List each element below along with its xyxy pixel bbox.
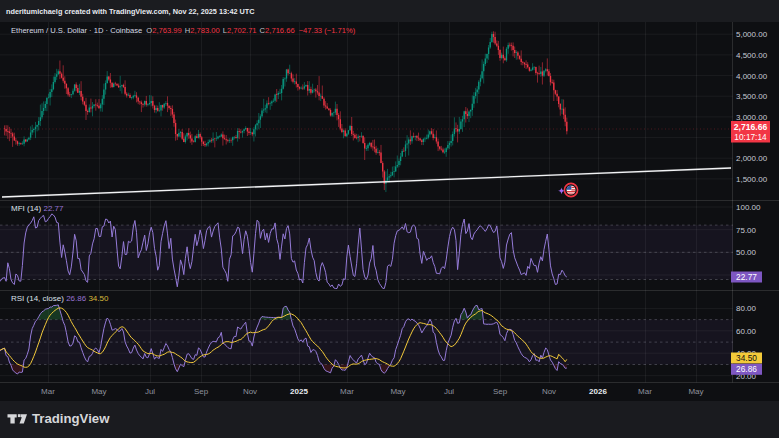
svg-text:Nov: Nov [542, 387, 556, 396]
svg-text:MFI (14) 22.77: MFI (14) 22.77 [11, 204, 64, 213]
svg-text:50.00: 50.00 [736, 248, 757, 257]
svg-text:Mar: Mar [638, 387, 652, 396]
svg-text:5,000.00: 5,000.00 [736, 30, 768, 39]
svg-text:22.77: 22.77 [736, 272, 757, 282]
svg-text:Mar: Mar [340, 387, 354, 396]
svg-text:Mar: Mar [41, 387, 55, 396]
svg-text:3,000.00: 3,000.00 [736, 113, 768, 122]
svg-text:May: May [688, 387, 703, 396]
svg-text:2025: 2025 [290, 387, 308, 396]
svg-text:1,500.00: 1,500.00 [736, 175, 768, 184]
svg-text:Sep: Sep [493, 387, 508, 396]
svg-text:80.00: 80.00 [736, 304, 757, 313]
svg-text:Jul: Jul [444, 387, 454, 396]
svg-text:2,716.66: 2,716.66 [734, 122, 768, 132]
svg-text:TradingView: TradingView [32, 411, 110, 426]
svg-text:26.86: 26.86 [736, 364, 757, 374]
svg-text:Jul: Jul [145, 387, 155, 396]
svg-text:10:17:14: 10:17:14 [734, 132, 767, 142]
svg-text:Nov: Nov [243, 387, 257, 396]
svg-text:4,000.00: 4,000.00 [736, 72, 768, 81]
svg-text:Sep: Sep [194, 387, 209, 396]
svg-text:nderitumichaelg created with T: nderitumichaelg created with TradingView… [6, 7, 255, 16]
svg-text:3,500.00: 3,500.00 [736, 92, 768, 101]
svg-text:4,500.00: 4,500.00 [736, 51, 768, 60]
svg-text:RSI (14, close) 26.86 34.50: RSI (14, close) 26.86 34.50 [11, 294, 109, 303]
svg-text:34.50: 34.50 [736, 353, 757, 363]
svg-text:2,000.00: 2,000.00 [736, 154, 768, 163]
svg-text:May: May [390, 387, 405, 396]
svg-text:2026: 2026 [589, 387, 607, 396]
svg-text:60.00: 60.00 [736, 327, 757, 336]
svg-text:May: May [91, 387, 106, 396]
svg-text:75.00: 75.00 [736, 226, 757, 235]
svg-text:100.00: 100.00 [736, 203, 761, 212]
